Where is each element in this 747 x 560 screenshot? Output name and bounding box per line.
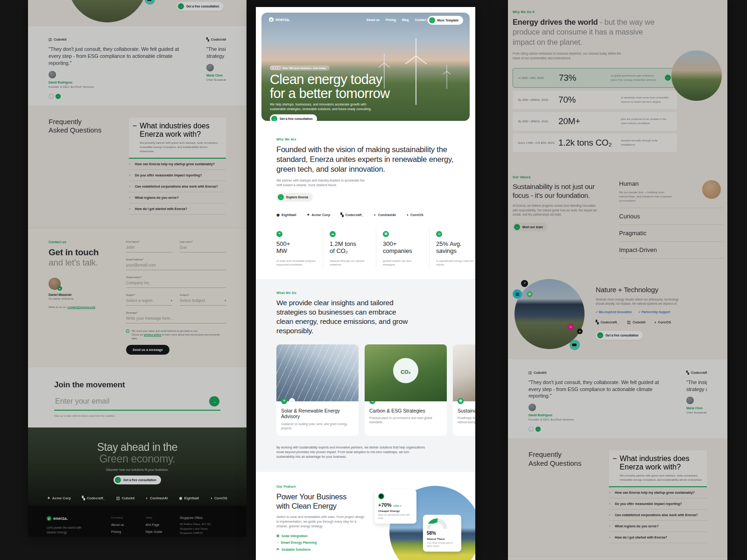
faq-item[interactable]: +Do you offer measurable impact reportin… <box>609 498 707 510</box>
ball-badge-icon: ● <box>577 329 583 334</box>
free-consultation-button[interactable]: →Get a free consultation <box>270 114 317 121</box>
value-item-open[interactable]: Human We put people first — building tru… <box>619 175 723 208</box>
faq-item-open[interactable]: − What industries does Enerza work with?… <box>129 118 226 159</box>
brand-logo-icon: e <box>47 516 51 521</box>
avatar-group <box>271 66 281 70</box>
free-consultation-button[interactable]: → Get a free consultation <box>176 2 224 11</box>
faq-item[interactable]: +Can established corporations also work … <box>609 510 707 521</box>
value-item[interactable]: Impact-Driven <box>619 242 723 259</box>
feature-bullet[interactable]: ◔Smart Energy Planning <box>276 541 365 544</box>
privacy-policy-link[interactable]: privacy policy <box>144 333 162 336</box>
contrastai-logo-icon: ◐ <box>374 213 376 217</box>
faq-heading: FrequentlyAsked Questions <box>529 450 609 543</box>
footer-link[interactable]: 404 Page <box>145 523 180 526</box>
free-consultation-button[interactable]: →Get a free consultation <box>113 476 161 484</box>
section-faq: FrequentlyAsked Questions − What industr… <box>508 438 727 556</box>
savings-icon: ◎ <box>436 231 442 237</box>
stat-row[interactable]: By 2050 • (IRENA, 2023) 70% of electrici… <box>513 91 677 109</box>
sun-icon: ☀ <box>276 231 282 237</box>
nav-link-about[interactable]: About us <box>366 18 380 21</box>
newsletter-heading: Join the movement <box>54 380 220 390</box>
plus-icon: + <box>129 196 132 199</box>
section-faq: FrequentlyAsked Questions − What industr… <box>28 105 247 228</box>
feature-bullet[interactable]: ≋Scalable Solutions <box>276 547 365 551</box>
cubekit-logo-icon: ◫ <box>49 37 52 42</box>
faq-item-open[interactable]: − What industries does Enerza work with?… <box>609 450 707 487</box>
faq-item[interactable]: +How do I get started with Enerza? <box>129 203 226 215</box>
faq-item[interactable]: +What regions do you serve? <box>609 521 707 532</box>
value-item[interactable]: Curious <box>619 208 723 225</box>
section-contact: Contact us Get in touchand let's talk. e… <box>28 228 247 367</box>
acme-logo-icon: ✦ <box>47 496 50 500</box>
footer-hero: Stay ahead in theGreen economy. Discover… <box>28 427 247 506</box>
section-testimonials: ◫Cubekit "They don't just consult, they … <box>28 26 247 105</box>
investors-badge: Over 400 tech investors. Join today. <box>270 65 330 70</box>
meet-team-button[interactable]: →Meet our team <box>513 223 548 231</box>
section-why-we-do-it: Why We Do It Energy drives the world - b… <box>508 0 727 164</box>
impact-stats-table: In 2023 • (IEA, 2023) 73% of global gree… <box>513 68 677 152</box>
nature-heading: Nature + Technology <box>596 286 684 294</box>
consent-checkbox[interactable]: ✓ <box>126 329 129 333</box>
avatar <box>702 180 721 199</box>
footer-link[interactable]: Style Guide <box>145 530 180 533</box>
region-select[interactable]: Region*Select a region▾ <box>126 294 172 306</box>
contrastai-logo-icon: ◐ <box>146 496 148 500</box>
next-arrow-button[interactable]: → <box>536 427 541 432</box>
subscribe-arrow-button[interactable]: → <box>209 396 219 406</box>
plus-icon: + <box>129 207 132 210</box>
brand-logo[interactable]: eenerza. <box>269 17 290 22</box>
more-template-button[interactable]: →More Template <box>428 16 463 25</box>
faq-item[interactable]: +Do you offer measurable impact reportin… <box>129 170 226 181</box>
values-heading: Sustainability is not just our focus - i… <box>513 182 606 200</box>
footer-link[interactable]: About us <box>111 523 146 526</box>
nav-link-pricing[interactable]: Pricing <box>386 18 396 21</box>
email-input[interactable] <box>55 397 204 406</box>
send-message-button[interactable]: Send us a message <box>126 345 169 355</box>
message-field[interactable]: Message*Write your message here... <box>126 311 226 323</box>
organization-field[interactable]: Organization*Company inc. <box>126 276 226 288</box>
faq-item[interactable]: +Can established corporations also work … <box>129 181 226 192</box>
nav-link-blog[interactable]: Blog <box>402 18 409 21</box>
service-card[interactable]: CO₂ ☁ Carbon & ESG StrategiesPractical p… <box>365 344 447 436</box>
arrow-icon[interactable]: → <box>665 75 671 81</box>
footer-link[interactable]: Pricing <box>111 530 146 533</box>
building-icon: ▦ <box>383 231 389 237</box>
next-arrow-button[interactable]: → <box>56 94 61 99</box>
faq-item[interactable]: +How can Enerza help my startup grow sus… <box>609 487 707 498</box>
prev-arrow-button[interactable]: ← <box>529 427 534 432</box>
nature-photo-circle: ↗ ▦ ✚ ☺ ● <box>514 279 585 349</box>
free-consultation-button[interactable]: →Get a free consultation <box>596 331 643 340</box>
stat-item: ☁ 1.2M tonsof CO₂ reduced through our pa… <box>323 228 376 267</box>
faq-item[interactable]: +What regions do you serve? <box>129 192 226 203</box>
stat-row[interactable]: Every 1 MW • (US EPA, 2023) 1.2k tons CO… <box>513 133 677 152</box>
plus-icon: + <box>609 525 612 528</box>
stat-row[interactable]: By 2050 • (IRENA, 2022) 20M+ jobs are pr… <box>513 112 677 131</box>
service-card[interactable]: ☀→ Solar & Renewable Energy AdvisoryGuid… <box>276 344 359 436</box>
stat-row-active[interactable]: In 2023 • (IEA, 2023) 73% of global gree… <box>513 68 677 88</box>
avatar <box>686 397 694 404</box>
planning-icon: ◔ <box>276 541 278 544</box>
consultant-image <box>453 344 475 401</box>
arrow-icon: → <box>278 194 284 200</box>
section-nature-tail: → Get a free consultation <box>28 0 247 26</box>
email-link[interactable]: contact@enerza.com <box>67 306 95 308</box>
globe-badge-icon: ▦ <box>513 289 522 299</box>
last-name-field[interactable]: Last name*Doe <box>180 240 226 252</box>
scale-icon: ≋ <box>276 547 279 551</box>
arrow-icon: → <box>429 17 435 23</box>
faq-item[interactable]: +How can Enerza help my startup grow sus… <box>129 159 226 170</box>
plus-icon: + <box>609 536 612 539</box>
explore-enerza-button[interactable]: →Explore Enerza <box>276 193 313 202</box>
email-field[interactable]: Email Address*your@email.com <box>126 258 226 270</box>
testimonial-card: ▚Codecraft_ "The insights provided were … <box>686 371 707 421</box>
service-card[interactable]: ▦ Sustainable Business ConsultingRoadmap… <box>453 344 475 436</box>
gauge-icon <box>427 518 447 529</box>
subject-select[interactable]: Subject*Select Subject▾ <box>180 294 226 306</box>
value-item[interactable]: Pragmatic <box>619 225 723 242</box>
feature-bullet[interactable]: ◍Solar Integration <box>276 534 365 538</box>
first-name-field[interactable]: First Name*John <box>126 240 172 252</box>
section-who-we-are: Who We Are Founded with the vision of ma… <box>256 126 475 224</box>
plus-icon: + <box>129 185 132 188</box>
faq-item[interactable]: +How do I get started with Enerza? <box>609 532 707 543</box>
prev-arrow-button[interactable]: ← <box>49 94 54 99</box>
